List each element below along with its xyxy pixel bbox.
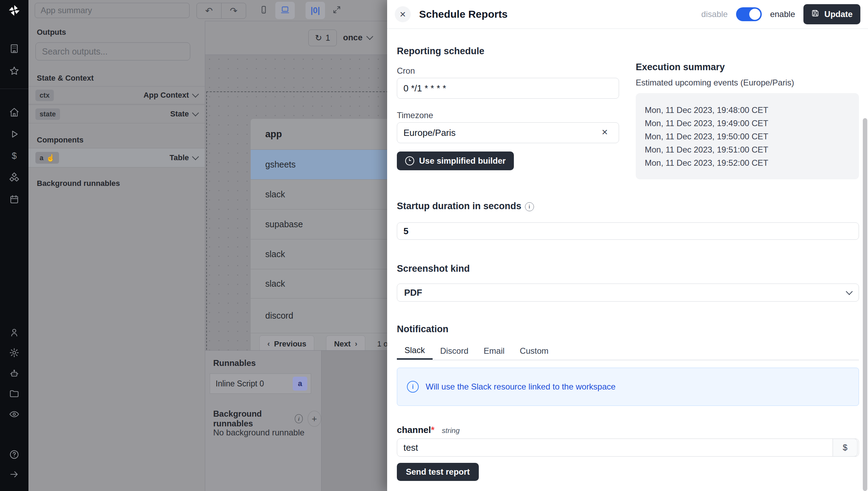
timezone-label: Timezone xyxy=(397,111,433,120)
tab-slack[interactable]: Slack xyxy=(397,342,433,360)
fullscreen-button[interactable] xyxy=(327,2,347,19)
run-mode-label: once xyxy=(343,33,362,42)
startup-duration-heading: Startup duration in secondsi xyxy=(397,201,534,212)
refresh-icon: ↻ xyxy=(315,33,322,43)
a-badge-label: a xyxy=(40,154,43,162)
ai-robot-icon[interactable] xyxy=(9,368,19,379)
home-icon[interactable] xyxy=(9,107,19,117)
runs-play-icon[interactable] xyxy=(9,129,19,139)
chevron-down-icon xyxy=(846,288,853,295)
state-badge: state xyxy=(35,108,60,120)
tab-email[interactable]: Email xyxy=(476,342,512,360)
collapse-arrow-icon[interactable] xyxy=(9,469,19,480)
desktop-preview-button[interactable] xyxy=(275,2,295,19)
next-label: Next xyxy=(334,339,351,349)
favorites-star-icon[interactable] xyxy=(9,66,19,76)
banner-text: Will use the Slack resource linked to th… xyxy=(426,382,616,392)
help-icon[interactable] xyxy=(9,449,19,460)
slack-info-banner: i Will use the Slack resource linked to … xyxy=(397,368,859,406)
startup-duration-input[interactable] xyxy=(397,222,859,240)
undo-redo-group: ↶ ↷ xyxy=(197,3,246,19)
expand-icon xyxy=(332,5,341,16)
state-context-heading: State & Context xyxy=(37,74,94,83)
cell-value: slack xyxy=(265,189,285,199)
timezone-input[interactable] xyxy=(397,122,619,143)
chevron-down-icon[interactable] xyxy=(192,153,199,160)
cron-input[interactable] xyxy=(397,78,619,99)
app-screen: $ ↶ ↷ |0| xyxy=(0,0,868,491)
layout-tools-group: |0| xyxy=(306,2,347,19)
run-mode-dropdown[interactable]: once xyxy=(343,30,372,46)
send-test-report-button[interactable]: Send test report xyxy=(397,463,479,481)
chevron-left-icon: ‹ xyxy=(267,339,270,349)
left-rail: $ xyxy=(0,0,28,491)
audit-eye-icon[interactable] xyxy=(9,409,19,419)
send-test-report-label: Send test report xyxy=(406,467,470,477)
cell-value: discord xyxy=(265,311,293,321)
insert-variable-button[interactable]: $ xyxy=(833,439,858,457)
inline-script-item[interactable]: Inline Script 0 a xyxy=(210,374,311,394)
info-icon: i xyxy=(407,381,419,393)
undo-button[interactable]: ↶ xyxy=(197,3,221,18)
update-button[interactable]: Update xyxy=(803,4,860,24)
app-summary-input[interactable] xyxy=(35,3,190,18)
laptop-icon xyxy=(280,5,290,16)
close-button[interactable]: × xyxy=(395,6,411,22)
variables-dollar-icon[interactable]: $ xyxy=(9,150,19,161)
output-row-table-a[interactable]: a☝ Table xyxy=(28,148,205,167)
workspace-icon[interactable] xyxy=(9,43,19,54)
folders-icon[interactable] xyxy=(9,388,19,399)
save-icon xyxy=(811,9,819,19)
simplified-builder-button[interactable]: Use simplified builder xyxy=(397,152,514,170)
align-center-icon: |0| xyxy=(311,6,320,15)
redo-button[interactable]: ↷ xyxy=(221,3,246,18)
cell-value: slack xyxy=(265,279,285,289)
info-icon: i xyxy=(295,414,302,423)
refresh-count-control[interactable]: ↻ 1 xyxy=(308,30,337,46)
cron-label: Cron xyxy=(397,66,415,76)
inline-script-label: Inline Script 0 xyxy=(216,379,264,388)
schedule-reports-drawer: × Schedule Reports disable enable Update… xyxy=(387,0,868,491)
hand-pointer-icon: ☝ xyxy=(46,154,55,162)
ctx-badge: ctx xyxy=(35,90,54,101)
builder-label: Use simplified builder xyxy=(419,156,506,166)
tab-discord[interactable]: Discord xyxy=(433,342,476,360)
toggle-knob xyxy=(749,9,760,20)
tab-label: Discord xyxy=(440,346,468,356)
background-runnables-title: Background runnables xyxy=(213,409,290,428)
schedules-calendar-icon[interactable] xyxy=(9,194,19,205)
chevron-down-icon[interactable] xyxy=(192,109,199,116)
mobile-preview-button[interactable] xyxy=(254,2,273,19)
ctx-type-label: App Context xyxy=(143,91,189,100)
settings-gear-icon[interactable] xyxy=(9,347,19,358)
tab-custom[interactable]: Custom xyxy=(512,342,556,360)
enable-toggle[interactable] xyxy=(736,7,762,21)
users-icon[interactable] xyxy=(9,327,19,338)
chevron-down-icon[interactable] xyxy=(192,91,199,98)
event-item: Mon, 11 Dec 2023, 19:49:00 CET xyxy=(645,117,859,130)
clear-timezone-icon[interactable]: × xyxy=(602,126,608,138)
refresh-count: 1 xyxy=(325,33,330,43)
event-item: Mon, 11 Dec 2023, 19:48:00 CET xyxy=(645,104,859,117)
tab-label: Email xyxy=(484,346,504,356)
plus-icon: + xyxy=(312,414,317,424)
no-background-runnable-text: No background runnable xyxy=(213,428,304,437)
screenshot-kind-select[interactable]: PDF xyxy=(397,284,859,302)
output-row-ctx[interactable]: ctx App Context xyxy=(28,86,205,104)
drawer-scrollbar[interactable] xyxy=(863,118,867,491)
chevron-right-icon: › xyxy=(355,339,357,349)
close-icon: × xyxy=(400,8,406,20)
enable-label: enable xyxy=(770,9,795,19)
output-row-state[interactable]: state State xyxy=(28,105,205,123)
clock-icon xyxy=(405,156,414,165)
search-outputs-input[interactable] xyxy=(35,42,190,60)
windmill-logo-icon[interactable] xyxy=(8,4,20,17)
add-background-runnable-button[interactable]: + xyxy=(308,411,321,427)
channel-input[interactable] xyxy=(397,439,859,457)
channel-field-label: channel* string xyxy=(397,425,460,435)
outputs-panel: Outputs State & Context ctx App Context … xyxy=(28,21,205,491)
center-align-button[interactable]: |0| xyxy=(306,2,325,19)
drawer-header: × Schedule Reports disable enable Update xyxy=(387,0,868,29)
resources-cubes-icon[interactable] xyxy=(9,172,19,183)
runnables-title: Runnables xyxy=(213,358,256,368)
